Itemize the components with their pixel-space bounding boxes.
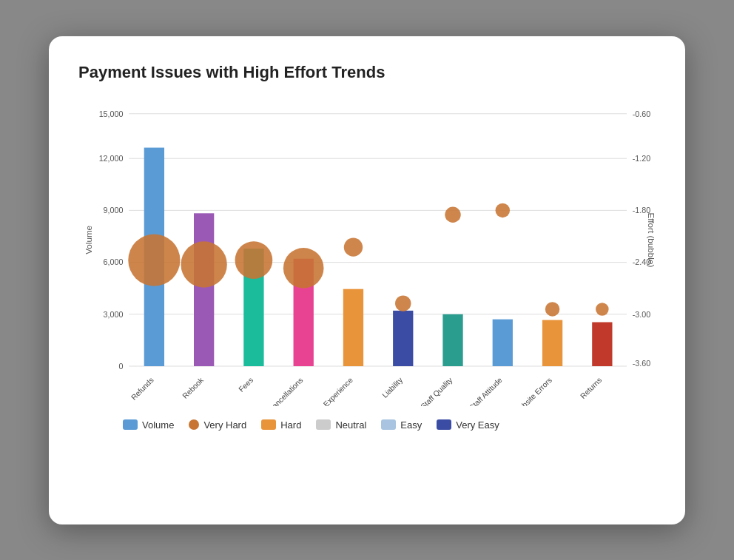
svg-text:Experience: Experience [322, 375, 354, 405]
bar-staff-quality [442, 314, 462, 365]
legend: Volume Very Hard Hard Neutral Easy Very … [78, 419, 656, 431]
svg-text:Volume: Volume [84, 225, 93, 254]
svg-text:Cancellations: Cancellations [266, 376, 304, 406]
svg-text:3,000: 3,000 [104, 309, 124, 318]
svg-text:Fees: Fees [237, 376, 255, 394]
svg-text:-3.00: -3.00 [633, 309, 650, 318]
bar-experience [343, 289, 363, 365]
svg-text:Rebook: Rebook [181, 375, 205, 399]
legend-label-very-hard: Very Hard [203, 419, 246, 431]
svg-text:9,000: 9,000 [104, 206, 124, 215]
bubble-fees [235, 241, 273, 279]
legend-swatch-hard [261, 419, 276, 430]
bubble-refunds [128, 234, 180, 286]
svg-text:Returns: Returns [579, 376, 603, 400]
bubble-rebook [181, 241, 226, 287]
legend-easy: Easy [381, 419, 422, 431]
bubble-cancellations [283, 248, 324, 289]
main-chart-svg: 0 3,000 6,000 9,000 12,000 15,000 -0.60 … [78, 95, 656, 406]
legend-label-hard: Hard [280, 419, 301, 431]
legend-swatch-neutral [316, 419, 331, 430]
chart-title: Payment Issues with High Effort Trends [78, 63, 656, 82]
svg-text:-1.20: -1.20 [633, 154, 650, 163]
legend-very-easy: Very Easy [437, 419, 499, 431]
legend-label-neutral: Neutral [335, 419, 366, 431]
legend-swatch-very-hard [189, 419, 199, 430]
svg-text:-3.60: -3.60 [633, 358, 650, 367]
bubble-experience [344, 237, 363, 256]
legend-label-easy: Easy [400, 419, 422, 431]
legend-swatch-very-easy [437, 419, 451, 430]
svg-text:6,000: 6,000 [104, 257, 124, 266]
legend-neutral: Neutral [316, 419, 366, 431]
svg-text:Website Errors: Website Errors [513, 376, 553, 406]
svg-text:Staff Attitude: Staff Attitude [468, 375, 504, 405]
legend-very-hard: Very Hard [189, 419, 246, 431]
svg-text:Effort (bubble): Effort (bubble) [647, 212, 656, 267]
bar-staff-attitude [493, 319, 513, 365]
bar-liability [393, 310, 413, 365]
svg-text:15,000: 15,000 [99, 109, 124, 118]
legend-swatch-easy [381, 419, 396, 430]
svg-text:Refunds: Refunds [129, 376, 155, 402]
bubble-returns [596, 303, 609, 316]
chart-card: Payment Issues with High Effort Trends 0… [49, 36, 685, 524]
legend-label-very-easy: Very Easy [456, 419, 499, 431]
bubble-staff-quality [445, 206, 460, 222]
svg-text:Staff Quality: Staff Quality [419, 375, 454, 405]
legend-label-volume: Volume [142, 419, 174, 431]
legend-volume: Volume [123, 419, 174, 431]
svg-text:-0.60: -0.60 [633, 109, 650, 118]
chart-area: 0 3,000 6,000 9,000 12,000 15,000 -0.60 … [78, 95, 656, 406]
bubble-liability [395, 295, 411, 311]
bar-returns [592, 322, 612, 365]
bar-rebook [194, 213, 214, 366]
bar-website-errors [542, 320, 562, 365]
svg-text:12,000: 12,000 [99, 154, 124, 163]
svg-text:0: 0 [118, 361, 123, 370]
bubble-website-errors [545, 302, 560, 317]
legend-hard: Hard [261, 419, 301, 431]
svg-text:Liability: Liability [380, 375, 405, 399]
bubble-staff-attitude [496, 203, 511, 217]
legend-swatch-volume [123, 419, 138, 430]
